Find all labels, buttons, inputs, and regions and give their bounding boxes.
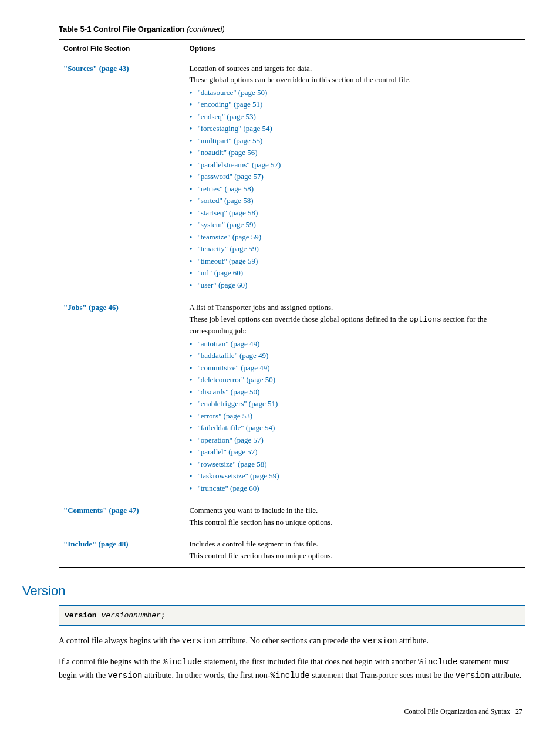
para-text: attribute. In other words, the first non… — [142, 671, 270, 680]
opt-link[interactable]: "discards" (page 50) — [197, 387, 259, 396]
section-link-comments[interactable]: "Comments" (page 47) — [63, 506, 139, 515]
section-link-include[interactable]: "Include" (page 48) — [63, 539, 129, 548]
para-text: attribute. No other sections can precede… — [216, 636, 362, 645]
para-mono: version — [456, 671, 490, 680]
footer-text: Control File Organization and Syntax — [404, 707, 510, 715]
opt-link[interactable]: "truncate" (page 60) — [197, 484, 259, 492]
code-keyword: version — [65, 611, 97, 620]
code-end: ; — [161, 611, 166, 620]
opt-link[interactable]: "datasource" (page 50) — [197, 88, 267, 97]
opt-link[interactable]: "tenacity" (page 59) — [197, 244, 258, 253]
opt-link[interactable]: "commitsize" (page 49) — [197, 363, 269, 372]
table-caption: Table 5-1 Control File Organization (con… — [59, 23, 525, 35]
opt-link[interactable]: "system" (page 59) — [197, 220, 255, 229]
caption-suffix: (continued) — [184, 25, 225, 33]
opt-link[interactable]: "url" (page 60) — [197, 268, 243, 277]
opt-link[interactable]: "faileddatafile" (page 54) — [197, 423, 275, 432]
version-heading: Version — [22, 581, 525, 600]
opt-link[interactable]: "sorted" (page 58) — [197, 196, 253, 205]
opt-link[interactable]: "forcestaging" (page 54) — [197, 124, 272, 133]
para-mono: version — [108, 671, 143, 680]
para-mono: %include — [163, 657, 202, 667]
col-header-options: Options — [184, 39, 525, 58]
opt-link[interactable]: "enabletriggers" (page 51) — [197, 399, 278, 408]
options-list: "autotran" (page 49) "baddatafile" (page… — [189, 338, 520, 494]
para-text: If a control file begins with the — [59, 657, 163, 666]
opt-link[interactable]: "user" (page 60) — [197, 281, 247, 289]
row-intro-line: This control file section has no unique … — [189, 550, 520, 562]
table-row: "Comments" (page 47) Comments you want t… — [59, 500, 525, 534]
row-intro-line: These job level options can override tho… — [189, 313, 520, 337]
intro-text: These job level options can override tho… — [189, 315, 409, 323]
opt-link[interactable]: "deleteonerror" (page 50) — [197, 375, 275, 384]
opt-link[interactable]: "password" (page 57) — [197, 172, 263, 181]
body-paragraph: If a control file begins with the %inclu… — [59, 656, 525, 682]
row-intro-line: This control file section has no unique … — [189, 517, 520, 528]
options-list: "datasource" (page 50) "encoding" (page … — [189, 87, 520, 291]
row-intro-line: Comments you want to include in the file… — [189, 505, 520, 517]
opt-link[interactable]: "operation" (page 57) — [197, 436, 263, 444]
opt-link[interactable]: "multipart" (page 55) — [197, 136, 262, 145]
opt-link[interactable]: "teamsize" (page 59) — [197, 232, 261, 241]
opt-link[interactable]: "rowsetsize" (page 58) — [197, 460, 266, 468]
para-text: A control file always begins with the — [59, 636, 182, 645]
intro-mono: options — [409, 315, 441, 324]
opt-link[interactable]: "encoding" (page 51) — [197, 100, 262, 109]
row-intro-line: These global options can be overridden i… — [189, 74, 520, 86]
body-paragraph: A control file always begins with the ve… — [59, 634, 525, 648]
para-mono: %include — [418, 657, 457, 667]
opt-link[interactable]: "parallelstreams" (page 57) — [197, 160, 281, 169]
table-row: "Jobs" (page 46) A list of Transporter j… — [59, 297, 525, 500]
para-mono: version — [182, 636, 217, 646]
opt-link[interactable]: "retries" (page 58) — [197, 184, 254, 193]
opt-link[interactable]: "startseq" (page 58) — [197, 208, 258, 217]
para-mono: %include — [271, 671, 310, 680]
page-footer: Control File Organization and Syntax 27 — [23, 706, 525, 717]
opt-link[interactable]: "timeout" (page 59) — [197, 256, 258, 265]
section-link-jobs[interactable]: "Jobs" (page 46) — [63, 303, 119, 312]
para-text: attribute. — [490, 671, 522, 680]
opt-link[interactable]: "errors" (page 53) — [197, 411, 252, 420]
opt-link[interactable]: "taskrowsetsize" (page 59) — [197, 471, 279, 480]
row-intro-line: A list of Transporter jobs and assigned … — [189, 302, 520, 313]
footer-page: 27 — [515, 707, 522, 715]
row-intro-line: Location of sources and targets for data… — [189, 63, 520, 75]
table-row: "Include" (page 48) Includes a control f… — [59, 534, 525, 568]
col-header-section: Control File Section — [59, 39, 184, 58]
code-placeholder: versionnumber — [97, 611, 161, 620]
section-link-sources[interactable]: "Sources" (page 43) — [63, 64, 129, 73]
opt-link[interactable]: "baddatafile" (page 49) — [197, 351, 268, 360]
caption-prefix: Table 5-1 Control File Organization — [59, 25, 184, 33]
para-text: statement that Transporter sees must be … — [310, 671, 456, 680]
row-intro-line: Includes a control file segment in this … — [189, 538, 520, 550]
para-text: attribute. — [397, 636, 429, 645]
opt-link[interactable]: "parallel" (page 57) — [197, 447, 257, 456]
opt-link[interactable]: "endseq" (page 53) — [197, 112, 255, 121]
table-row: "Sources" (page 43) Location of sources … — [59, 58, 525, 297]
para-text: statement, the first included file that … — [202, 657, 418, 666]
opt-link[interactable]: "autotran" (page 49) — [197, 339, 259, 348]
code-block: version versionnumber; — [59, 605, 525, 626]
para-mono: version — [363, 636, 397, 646]
control-file-table: Control File Section Options "Sources" (… — [59, 39, 525, 569]
opt-link[interactable]: "noaudit" (page 56) — [197, 148, 257, 157]
